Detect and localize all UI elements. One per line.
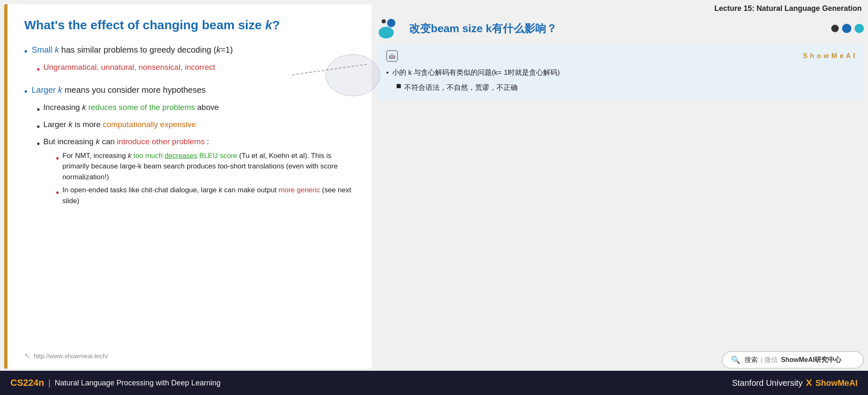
search-icon: 🔍 (731, 355, 740, 364)
search-divider: | 微信 (761, 356, 779, 363)
chinese-sub-bullet-text: 不符合语法，不自然，荒谬，不正确 (404, 82, 518, 94)
showmeai-badge: 🤖 S h o w M e A I (386, 50, 855, 62)
bottom-bar: CS224n | Natural Language Processing wit… (0, 371, 868, 395)
list-item: • Ungrammatical, unnatural, nonsensical,… (37, 61, 355, 76)
search-input-box[interactable]: 🔍 搜索 | 微信 ShowMeAI研究中心 (722, 351, 864, 369)
text-black: means you consider more hypotheses (65, 85, 206, 94)
bottom-cs224n: CS224n (10, 377, 44, 388)
bottom-stanford: Stanford University (732, 378, 802, 388)
showmeai-icon: 🤖 (386, 50, 398, 62)
list-item: • But increasing k can introduce other p… (37, 136, 355, 209)
search-brand: ShowMeAI研究中心 (781, 356, 842, 363)
svg-point-2 (382, 19, 386, 23)
bottom-x: X (806, 377, 812, 388)
chinese-bullet-main: • 小的 k 与贪心解码有类似的问题(k= 1时就是贪心解码) (386, 66, 855, 79)
main-content: What's the effect of changing beam size … (0, 0, 868, 371)
sub-bullet-text: But increasing k can introduce other pro… (43, 136, 355, 209)
slide-title-text2: ? (272, 18, 280, 32)
slide-title: What's the effect of changing beam size … (24, 17, 355, 33)
url-text: http://www.showmeai.tech/ (34, 352, 108, 359)
list-item: • In open-ended tasks like chit-chat dia… (56, 185, 355, 206)
slide-title-text1: What's the effect of changing beam size (24, 18, 265, 32)
lecture-title: Lecture 15: Natural Language Generation (378, 4, 864, 13)
slide-panel: What's the effect of changing beam size … (4, 4, 372, 369)
chinese-title: 改变beam size k有什么影响？ (409, 21, 557, 36)
dot-cyan (855, 24, 864, 33)
list-item: • Larger k means you consider more hypot… (24, 84, 355, 209)
circle-annotation (326, 54, 380, 96)
search-label: 搜索 (744, 356, 758, 363)
bottom-right: Stanford University X ShowMeAI (732, 377, 858, 388)
chinese-sub-bullet: 不符合语法，不自然，荒谬，不正确 (397, 82, 855, 94)
list-item: • Larger k is more computationally expen… (37, 119, 355, 133)
bullet-main: • Larger k means you consider more hypot… (24, 84, 355, 98)
black-square-icon (397, 84, 401, 88)
bottom-subtitle: Natural Language Processing with Deep Le… (55, 379, 220, 387)
sub-sub-bullet-list: • For NMT, increasing k too much decreas… (56, 150, 355, 206)
slide-title-k: k (265, 18, 272, 32)
text-blue: Larger k (32, 85, 62, 94)
sub-bullet-list: • Ungrammatical, unnatural, nonsensical,… (37, 61, 355, 76)
chinese-content-box: 🤖 S h o w M e A I • 小的 k 与贪心解码有类似的问题(k= … (378, 44, 864, 101)
chinese-bullet-text: 小的 k 与贪心解码有类似的问题(k= 1时就是贪心解码) (392, 66, 560, 79)
svg-point-0 (379, 27, 394, 38)
search-text: 搜索 | 微信 ShowMeAI研究中心 (744, 356, 841, 364)
bullet-text: Small k has similar problems to greedy d… (32, 43, 233, 56)
bullet-dot: • (56, 186, 59, 199)
bullet-list: • Small k has similar problems to greedy… (24, 43, 355, 347)
bullet-text: Larger k means you consider more hypothe… (32, 84, 206, 96)
bullet-symbol: • (386, 66, 389, 79)
list-item: • Small k has similar problems to greedy… (24, 43, 355, 76)
bullet-dot: • (37, 62, 40, 76)
url-line: ↖ http://www.showmeai.tech/ (24, 347, 355, 360)
list-item: • Increasing k reduces some of the probl… (37, 102, 355, 116)
bottom-separator: | (48, 378, 51, 388)
text-blue: Small k (32, 45, 59, 54)
sub-sub-bullet-text: In open-ended tasks like chit-chat dialo… (62, 185, 355, 206)
bottom-left: CS224n | Natural Language Processing wit… (10, 377, 220, 388)
text-black: has similar problems to greedy decoding … (61, 45, 233, 54)
sub-bullet-text: Increasing k reduces some of the problem… (43, 102, 219, 114)
bullet-dot: • (24, 44, 28, 58)
list-item: • For NMT, increasing k too much decreas… (56, 150, 355, 183)
dots-group (831, 24, 864, 33)
bullet-main: • Small k has similar problems to greedy… (24, 43, 355, 58)
sub-bullet-text: Ungrammatical, unnatural, nonsensical, i… (43, 61, 215, 74)
bullet-dot: • (37, 137, 40, 150)
sub-bullet-text: Larger k is more computationally expensi… (43, 119, 196, 131)
right-panel: Lecture 15: Natural Language Generation … (378, 4, 864, 369)
svg-point-1 (387, 19, 395, 27)
bullet-dot: • (37, 102, 40, 116)
bottom-showmeai: ShowMeAI (815, 378, 858, 388)
chinese-title-row: 改变beam size k有什么影响？ (378, 18, 557, 39)
sub-sub-bullet-text: For NMT, increasing k too much decreases… (62, 150, 355, 183)
showmeai-label: S h o w M e A I (803, 50, 855, 62)
cursor-icon: ↖ (24, 351, 30, 360)
sub-bullet-list: • Increasing k reduces some of the probl… (37, 102, 355, 209)
bullet-dot: • (56, 151, 59, 165)
search-bar: 🔍 搜索 | 微信 ShowMeAI研究中心 (378, 351, 864, 369)
showmeai-logo-icon (378, 18, 403, 39)
right-header: 改变beam size k有什么影响？ (378, 18, 864, 39)
bullet-dot: • (24, 84, 28, 98)
dot-dark (831, 25, 839, 32)
dot-blue (842, 24, 851, 33)
bullet-dot: • (37, 120, 40, 133)
